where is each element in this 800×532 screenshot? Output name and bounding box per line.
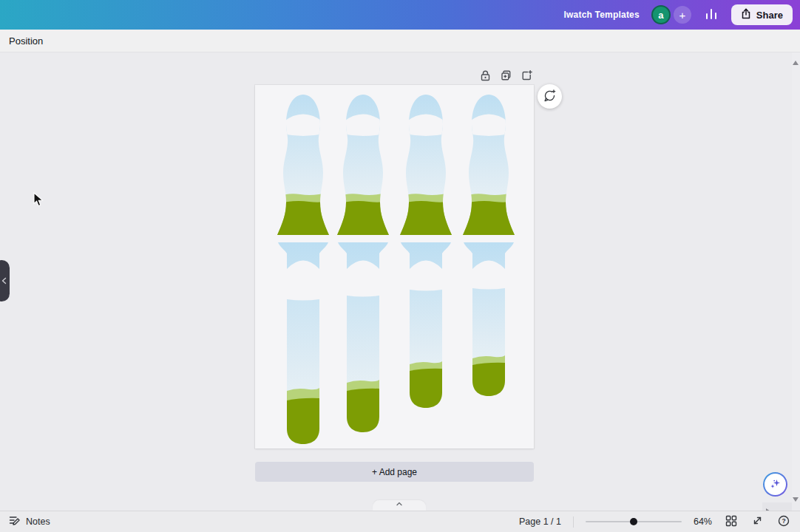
share-upload-icon bbox=[741, 8, 751, 21]
divider bbox=[573, 516, 574, 528]
zoom-slider[interactable] bbox=[586, 516, 682, 527]
grid-view-icon bbox=[725, 515, 737, 529]
notes-label: Notes bbox=[26, 516, 50, 527]
notes-icon bbox=[9, 515, 21, 528]
test-tube-shape[interactable] bbox=[464, 242, 514, 399]
bottle-shape[interactable] bbox=[461, 90, 517, 238]
fullscreen-icon bbox=[752, 515, 763, 528]
bottle-shape[interactable] bbox=[335, 90, 391, 238]
sidebar-collapse-chevron bbox=[1, 274, 7, 287]
sidebar-toggle[interactable] bbox=[0, 260, 10, 301]
svg-text:?: ? bbox=[782, 517, 785, 525]
design-title[interactable]: Iwatch Templates bbox=[564, 10, 640, 20]
help-button[interactable]: ? bbox=[776, 514, 791, 531]
grid-view-button[interactable] bbox=[724, 514, 739, 531]
workspace: + Add page bbox=[0, 52, 800, 511]
avatar[interactable]: a bbox=[651, 5, 671, 24]
position-button[interactable]: Position bbox=[7, 33, 44, 50]
analytics-icon bbox=[705, 8, 718, 22]
duplicate-page-button[interactable] bbox=[499, 69, 513, 85]
fullscreen-button[interactable] bbox=[750, 514, 765, 530]
scroll-up-arrow[interactable] bbox=[793, 55, 799, 68]
bottom-panel-toggle[interactable] bbox=[373, 500, 426, 511]
zoom-slider-thumb[interactable] bbox=[630, 518, 637, 525]
help-icon: ? bbox=[778, 515, 790, 529]
assistant-button[interactable] bbox=[763, 472, 787, 497]
editor-toolbar: Position bbox=[0, 30, 800, 52]
bottle-shape[interactable] bbox=[275, 90, 331, 238]
status-bar: Notes Page 1 / 1 64% bbox=[0, 511, 800, 532]
lock-icon bbox=[479, 69, 492, 84]
add-comment-icon bbox=[543, 89, 557, 105]
add-page-icon bbox=[521, 69, 533, 84]
test-tube-shape[interactable] bbox=[401, 242, 451, 411]
mouse-cursor bbox=[33, 192, 44, 210]
add-page-button[interactable]: + Add page bbox=[255, 462, 534, 482]
page-indicator: Page 1 / 1 bbox=[519, 516, 561, 527]
bottle-shape[interactable] bbox=[398, 90, 454, 238]
add-comment-button[interactable] bbox=[538, 84, 562, 109]
scroll-down-arrow[interactable] bbox=[793, 491, 799, 505]
share-button-label: Share bbox=[756, 10, 783, 21]
zoom-level: 64% bbox=[694, 516, 712, 527]
share-button[interactable]: Share bbox=[731, 4, 793, 25]
page-controls bbox=[478, 69, 534, 85]
design-page[interactable] bbox=[255, 85, 534, 449]
magic-sparkle-icon bbox=[765, 474, 786, 495]
lock-button[interactable] bbox=[478, 69, 492, 85]
duplicate-page-icon bbox=[500, 69, 512, 84]
analytics-button[interactable] bbox=[699, 5, 724, 25]
status-bar-right: Page 1 / 1 64% ? bbox=[519, 514, 791, 531]
add-page-icon-button[interactable] bbox=[520, 69, 534, 85]
test-tube-shape[interactable] bbox=[338, 242, 388, 435]
chevron-up-icon bbox=[396, 500, 403, 508]
vertical-scrollbar[interactable] bbox=[792, 52, 800, 500]
notes-button[interactable]: Notes bbox=[9, 515, 50, 528]
top-bar: Iwatch Templates a + Share bbox=[0, 0, 800, 30]
add-member-button[interactable]: + bbox=[674, 6, 691, 24]
test-tube-shape[interactable] bbox=[278, 242, 328, 447]
